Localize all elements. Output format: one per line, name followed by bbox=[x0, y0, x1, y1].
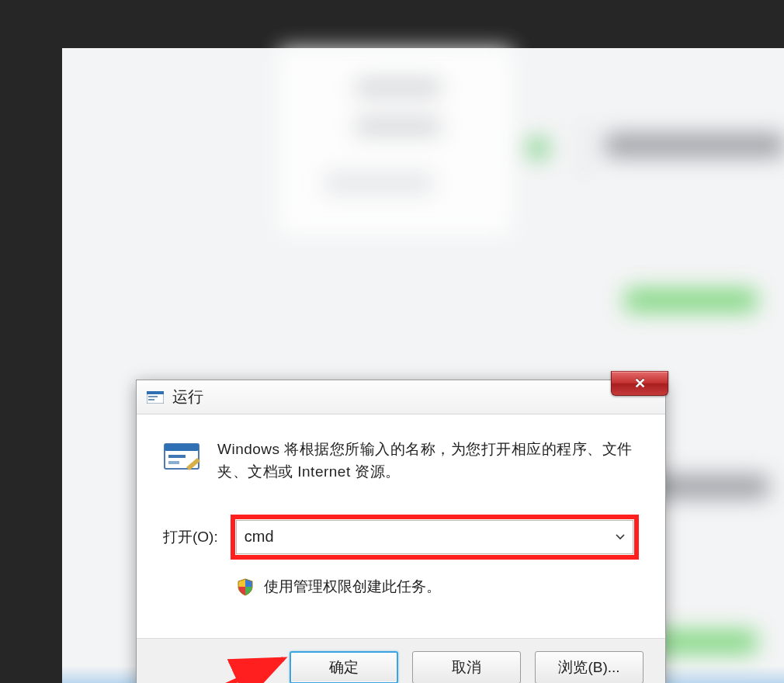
close-icon: ✕ bbox=[634, 376, 646, 390]
run-dialog: 运行 ✕ Windows 将根据您所输入的名称，为您打开相应的程序、文件夹、文档… bbox=[136, 380, 666, 683]
svg-rect-6 bbox=[168, 455, 186, 458]
dialog-title: 运行 bbox=[172, 387, 203, 407]
open-input[interactable] bbox=[245, 528, 606, 546]
cancel-button[interactable]: 取消 bbox=[412, 651, 521, 684]
chevron-down-icon[interactable] bbox=[616, 534, 625, 540]
svg-rect-2 bbox=[148, 396, 158, 397]
run-titlebar-icon bbox=[146, 390, 165, 404]
input-highlight-annotation bbox=[231, 515, 639, 560]
dialog-footer: 确定 取消 浏览(B)... bbox=[137, 638, 665, 683]
admin-note: 使用管理权限创建此任务。 bbox=[264, 577, 441, 597]
desktop-background: 运行 ✕ Windows 将根据您所输入的名称，为您打开相应的程序、文件夹、文档… bbox=[62, 48, 784, 683]
svg-rect-3 bbox=[148, 399, 154, 400]
shield-icon bbox=[236, 577, 255, 596]
close-button[interactable]: ✕ bbox=[611, 371, 668, 396]
browse-button[interactable]: 浏览(B)... bbox=[535, 651, 644, 684]
svg-rect-5 bbox=[165, 444, 199, 451]
dialog-description: Windows 将根据您所输入的名称，为您打开相应的程序、文件夹、文档或 Int… bbox=[217, 438, 639, 484]
titlebar[interactable]: 运行 ✕ bbox=[137, 380, 665, 414]
svg-rect-7 bbox=[168, 461, 179, 464]
ok-button[interactable]: 确定 bbox=[290, 651, 398, 684]
svg-rect-1 bbox=[147, 391, 164, 394]
run-icon bbox=[163, 441, 200, 484]
open-combobox[interactable] bbox=[236, 520, 633, 554]
open-label: 打开(O): bbox=[163, 527, 218, 547]
